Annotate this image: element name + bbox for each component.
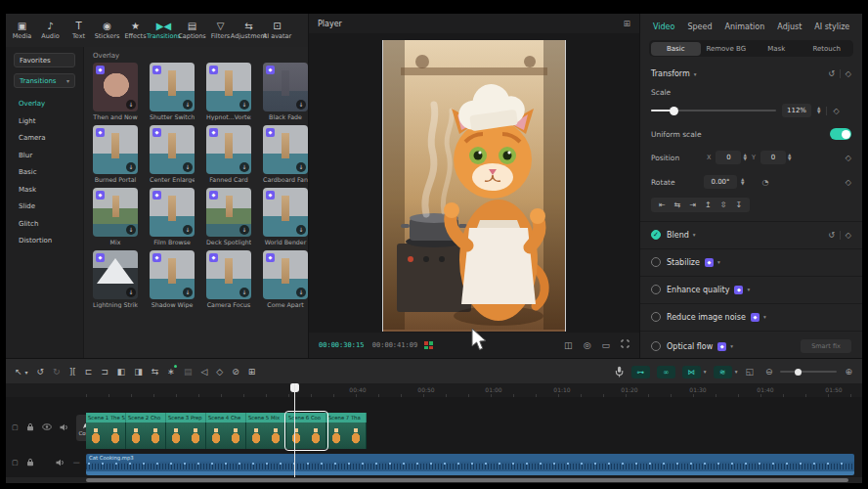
timeline-zoom-slider[interactable]	[780, 371, 837, 373]
subtab-remove-bg[interactable]: Remove BG	[701, 42, 752, 56]
transition-item[interactable]: ◆↓Come Apart	[263, 250, 308, 308]
undo-button[interactable]: ↺	[37, 367, 45, 377]
link-button[interactable]: ∞	[657, 366, 675, 378]
transition-thumbnail[interactable]: ◆↓	[150, 125, 195, 174]
optical-flow-checkbox[interactable]	[651, 341, 661, 351]
timeline-clip-4[interactable]: Scene 4 Che	[206, 413, 246, 449]
tab-adjust[interactable]: Adjust	[777, 22, 802, 31]
chevron-down-icon[interactable]: ▾	[694, 71, 697, 77]
sidebar-item-light[interactable]: Light	[6, 113, 83, 131]
transition-item[interactable]: ◆↓Burned Portal	[93, 125, 138, 183]
microphone-icon[interactable]	[615, 366, 624, 378]
timeline-ruler[interactable]: 00:4000:5001:0001:1001:2001:3001:4001:50	[6, 383, 862, 397]
align-middle-icon[interactable]: ⇳	[720, 200, 727, 209]
keyframe-diamond-icon[interactable]: ◇	[846, 154, 851, 162]
favorites-button[interactable]: Favorites	[14, 53, 75, 67]
sidebar-item-mask[interactable]: Mask	[6, 182, 83, 200]
eye-icon[interactable]	[42, 423, 52, 430]
transition-thumbnail[interactable]: ◆↓	[150, 63, 195, 111]
transition-thumbnail[interactable]: ◆↓	[206, 63, 251, 111]
transition-item[interactable]: ◆↓World Bender	[263, 188, 308, 245]
toolbar-item-text[interactable]: TText	[65, 21, 93, 40]
sidebar-item-overlay[interactable]: Overlay	[6, 96, 83, 113]
mute-icon[interactable]	[60, 423, 69, 431]
toolbar-item-captions[interactable]: ▤Captions	[178, 21, 206, 40]
audio-clip[interactable]: Cat Cooking.mp3	[86, 454, 854, 475]
align-center-h-icon[interactable]: ⇆	[674, 200, 681, 209]
rotate-value-input[interactable]: 0.00°	[704, 175, 737, 189]
track-frame-icon[interactable]: ▢	[12, 423, 19, 431]
transition-thumbnail[interactable]: ◆↓	[93, 63, 138, 111]
transition-thumbnail[interactable]: ◆↓	[263, 63, 308, 111]
delete-right-button[interactable]: ◨	[134, 367, 143, 377]
tab-animation[interactable]: Animation	[725, 22, 765, 31]
mask-button[interactable]: ⊘	[232, 367, 239, 377]
video-preview[interactable]	[382, 40, 566, 332]
transition-item[interactable]: ◆↓Then and Now	[93, 63, 138, 120]
uniform-scale-toggle[interactable]	[830, 128, 851, 140]
smart-edit-button[interactable]: ∗	[167, 367, 175, 377]
reset-icon[interactable]: ↺	[828, 69, 835, 78]
toolbar-item-stickers[interactable]: ◉Stickers	[93, 21, 121, 40]
timeline-clip-2[interactable]: Scene 2 Cho	[126, 413, 166, 449]
transition-thumbnail[interactable]: ◆↓	[263, 125, 308, 174]
toolbar-item-effects[interactable]: ★Effects	[121, 21, 150, 40]
chevron-down-icon[interactable]: ▾	[704, 369, 707, 375]
transition-item[interactable]: ◆↓Camera Focus	[206, 250, 251, 308]
transition-item[interactable]: ◆↓Cardboard Fan	[263, 125, 308, 183]
transition-thumbnail[interactable]: ◆↓	[150, 250, 195, 299]
keyframe-diamond-icon[interactable]: ◇	[833, 107, 839, 115]
chevron-down-icon[interactable]: ▾	[763, 314, 766, 320]
scale-value-input[interactable]: 112%	[782, 104, 811, 117]
reduce-image-noise-checkbox[interactable]	[651, 312, 661, 322]
trim-right-button[interactable]: ⊐	[101, 367, 108, 377]
trim-left-button[interactable]: ⊏	[85, 367, 93, 377]
position-y-stepper[interactable]: ▲▼	[788, 154, 791, 162]
scrollbar-thumb[interactable]	[86, 478, 848, 482]
zoom-in-icon[interactable]: ⊕	[845, 367, 852, 377]
preview-quality-icon[interactable]: ◱	[745, 367, 754, 377]
delete-left-button[interactable]: ◧	[117, 367, 126, 377]
select-tool-button[interactable]: ↖	[15, 367, 22, 377]
player-options-icon[interactable]: ⊞	[623, 19, 630, 28]
keyframe-button[interactable]: ◇	[216, 367, 223, 377]
transition-item[interactable]: ◆↓Shadow Wipe	[150, 250, 195, 308]
tab-video[interactable]: Video	[653, 22, 674, 31]
reset-icon[interactable]: ↺	[828, 231, 835, 240]
track-collapse-icon[interactable]: —	[73, 459, 80, 467]
sidebar-item-blur[interactable]: Blur	[6, 148, 83, 165]
scale-slider[interactable]	[651, 110, 776, 111]
toolbar-item-media[interactable]: ▣Media	[8, 21, 36, 40]
blend-checkbox[interactable]: ✓	[651, 230, 661, 240]
snapshot-icon[interactable]: ◎	[584, 340, 591, 350]
compare-icon[interactable]: ◫	[564, 340, 573, 350]
scale-stepper[interactable]: ▲▼	[817, 107, 820, 115]
track-frame-icon[interactable]: ▢	[12, 459, 19, 467]
sidebar-item-distortion[interactable]: Distortion	[6, 233, 83, 250]
transition-item[interactable]: ◆↓Black Fade	[263, 63, 308, 120]
chevron-down-icon[interactable]: ▾	[747, 287, 750, 292]
timeline-clip-5[interactable]: Scene 5 Mix	[246, 413, 286, 449]
toolbar-item-ai-avatar[interactable]: ⊡AI avatar	[263, 21, 291, 40]
transition-item[interactable]: ◆↓Deck Spotlight	[206, 188, 251, 245]
transition-item[interactable]: ◆↓Lightning Strike	[93, 250, 138, 308]
transitions-group-button[interactable]: Transitions ▾	[14, 73, 75, 88]
transition-thumbnail[interactable]: ◆↓	[93, 125, 138, 174]
timeline-scrollbar[interactable]	[6, 477, 862, 483]
transition-item[interactable]: ◆↓Shutter Switch	[150, 63, 195, 120]
transition-item[interactable]: ◆↓Center Enlarge	[150, 125, 195, 183]
transition-thumbnail[interactable]: ◆↓	[93, 188, 138, 237]
keyframe-diamond-icon[interactable]: ◇	[846, 69, 851, 78]
fullscreen-icon[interactable]	[621, 339, 629, 350]
toolbar-item-audio[interactable]: ♪Audio	[36, 21, 65, 40]
auto-ripple-button[interactable]: ≋	[714, 366, 732, 378]
align-bottom-icon[interactable]: ↧	[736, 200, 743, 209]
ratio-icon[interactable]: ▭	[601, 340, 610, 350]
chevron-down-icon[interactable]: ▾	[693, 232, 696, 238]
align-right-icon[interactable]: ⇥	[689, 200, 696, 209]
stabilize-checkbox[interactable]	[651, 257, 661, 267]
sidebar-item-slide[interactable]: Slide	[6, 199, 83, 216]
position-x-input[interactable]: 0	[716, 151, 741, 164]
position-y-input[interactable]: 0	[760, 151, 786, 164]
extract-frame-button[interactable]: ▤	[184, 367, 193, 377]
